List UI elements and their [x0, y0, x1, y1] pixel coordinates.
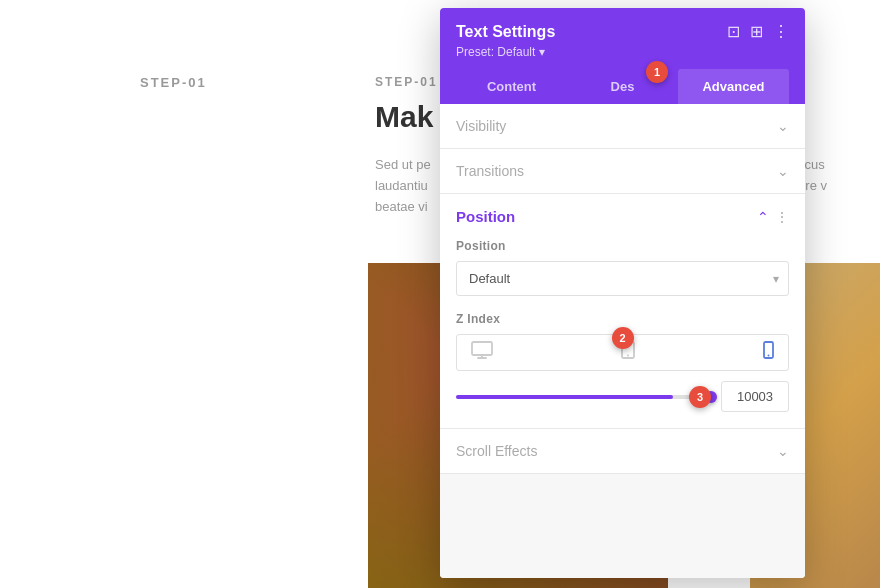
svg-point-4: [627, 355, 629, 357]
step-badge-2: 2: [612, 327, 634, 349]
panel-tabs: Content Des 1 Advanced: [456, 69, 789, 104]
zindex-field-label: Z Index: [456, 312, 789, 326]
more-icon[interactable]: ⋮: [773, 22, 789, 41]
preset-label: Preset: Default: [456, 45, 535, 59]
desktop-device-icon[interactable]: [471, 341, 493, 364]
step-badge-3: 3: [689, 386, 711, 408]
transitions-section[interactable]: Transitions ⌄: [440, 149, 805, 194]
columns-icon[interactable]: ⊞: [750, 22, 763, 41]
svg-point-6: [768, 355, 770, 357]
transitions-label: Transitions: [456, 163, 524, 179]
bg-right-step-label: STEP-01: [375, 75, 438, 89]
zindex-slider-track[interactable]: [456, 395, 711, 399]
position-select-wrapper: Default Static Relative Absolute Fixed ▾: [456, 261, 789, 296]
position-section-title: Position: [456, 208, 515, 225]
bg-left-step-label: STEP-01: [140, 75, 207, 90]
scroll-effects-chevron-icon: ⌄: [777, 443, 789, 459]
tab-design[interactable]: Des 1: [567, 69, 678, 104]
phone-device-icon[interactable]: [763, 341, 774, 364]
visibility-chevron-icon: ⌄: [777, 118, 789, 134]
resize-icon[interactable]: ⊡: [727, 22, 740, 41]
tab-advanced[interactable]: Advanced: [678, 69, 789, 104]
panel-preset[interactable]: Preset: Default ▾: [456, 45, 789, 59]
tab-content[interactable]: Content: [456, 69, 567, 104]
svg-rect-0: [472, 342, 492, 355]
panel-body: Visibility ⌄ Transitions ⌄ Position ⌃ ⋮ …: [440, 104, 805, 578]
bg-heading: Mak: [375, 100, 433, 134]
zindex-slider-area: 3: [456, 381, 789, 412]
scroll-effects-label: Scroll Effects: [456, 443, 537, 459]
zindex-slider-fill: [456, 395, 673, 399]
panel-header: Text Settings ⊡ ⊞ ⋮ Preset: Default ▾ Co…: [440, 8, 805, 104]
transitions-chevron-icon: ⌄: [777, 163, 789, 179]
preset-arrow-icon: ▾: [539, 45, 545, 59]
panel-header-top: Text Settings ⊡ ⊞ ⋮: [456, 22, 789, 41]
position-more-icon[interactable]: ⋮: [775, 209, 789, 225]
position-field-label: Position: [456, 239, 789, 253]
panel-header-icons: ⊡ ⊞ ⋮: [727, 22, 789, 41]
zindex-value-input[interactable]: [721, 381, 789, 412]
visibility-section[interactable]: Visibility ⌄: [440, 104, 805, 149]
visibility-label: Visibility: [456, 118, 506, 134]
position-section: Position ⌃ ⋮ Position Default Static Rel…: [440, 194, 805, 429]
position-select[interactable]: Default Static Relative Absolute Fixed: [456, 261, 789, 296]
panel-title: Text Settings: [456, 23, 555, 41]
position-section-icons: ⌃ ⋮: [757, 209, 789, 225]
scroll-effects-section[interactable]: Scroll Effects ⌄: [440, 429, 805, 474]
step-badge-1: 1: [646, 61, 668, 83]
position-chevron-up-icon[interactable]: ⌃: [757, 209, 769, 225]
position-section-body: Position Default Static Relative Absolut…: [440, 239, 805, 428]
zindex-devices-bar: 2: [456, 334, 789, 371]
text-settings-panel: Text Settings ⊡ ⊞ ⋮ Preset: Default ▾ Co…: [440, 8, 805, 578]
position-section-header: Position ⌃ ⋮: [440, 194, 805, 239]
